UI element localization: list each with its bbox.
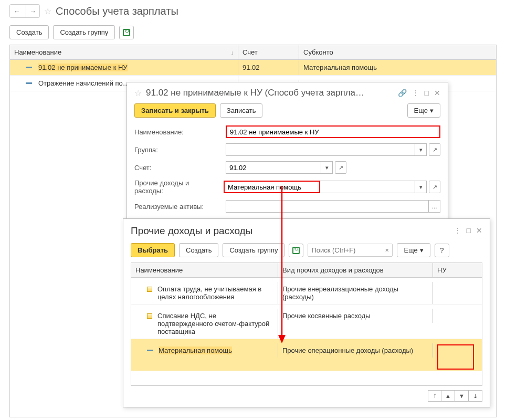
item-icon: [147, 287, 152, 292]
dialog1-toolbar: Записать и закрыть Записать Еще ▾: [127, 102, 448, 123]
dropdown-icon[interactable]: ▾: [415, 143, 427, 156]
refresh-icon: [292, 247, 300, 254]
open-icon[interactable]: ↗: [335, 161, 346, 174]
col-name-header[interactable]: Наименование: [14, 48, 61, 56]
refresh-button[interactable]: [119, 26, 134, 39]
refresh-icon: [123, 29, 130, 36]
refresh-button[interactable]: [289, 244, 303, 257]
dialog1-controls: 🔗 ⋮ □ ✕: [398, 89, 440, 97]
favorite-icon[interactable]: ☆: [44, 6, 51, 16]
chevron-down-icon: ▾: [420, 246, 424, 254]
table-header: Наименование↓ Счет Субконто: [10, 45, 496, 60]
other-income-field-ext[interactable]: [320, 181, 415, 193]
go-up-icon[interactable]: ▲: [441, 390, 455, 402]
dialog-other-income: ⋮ □ ✕ Прочие доходы и расходы Выбрать Со…: [123, 218, 490, 407]
chevron-down-icon: ▾: [430, 107, 434, 114]
close-icon[interactable]: ✕: [476, 226, 482, 235]
page-header: ← → ☆ Способы учета зарплаты: [0, 0, 506, 22]
forward-button[interactable]: →: [26, 5, 39, 17]
other-income-label: Прочие доходы и расходы:: [134, 179, 219, 195]
dialog2-controls: ⋮ □ ✕: [454, 226, 482, 235]
search-box: ×: [308, 244, 393, 257]
sub-table-header: Наименование Вид прочих доходов и расход…: [131, 263, 482, 278]
item-icon: [147, 313, 152, 319]
main-toolbar: Создать Создать группу: [0, 22, 506, 45]
sort-arrow-icon: ↓: [231, 49, 234, 56]
maximize-icon[interactable]: □: [467, 226, 471, 235]
account-field[interactable]: [226, 161, 321, 174]
col-subconto-header[interactable]: Субконто: [299, 45, 496, 59]
go-top-icon[interactable]: ⤒: [428, 390, 441, 402]
more-icon[interactable]: ⋮: [412, 89, 419, 97]
create-button[interactable]: Создать: [179, 243, 218, 257]
create-group-button[interactable]: Создать группу: [53, 25, 115, 39]
table-row[interactable]: 91.02 не принимаемые к НУ 91.02 Материал…: [10, 60, 496, 76]
subcol-name[interactable]: Наименование: [131, 263, 278, 277]
col-account-header[interactable]: Счет: [238, 45, 299, 59]
link-icon[interactable]: 🔗: [398, 89, 407, 97]
dialog1-titlebar: ☆ 91.02 не принимаемые к НУ (Способ учет…: [127, 82, 448, 102]
go-down-icon[interactable]: ▼: [455, 390, 469, 402]
dialog2-toolbar: Выбрать Создать Создать группу × Еще ▾ ?: [123, 239, 490, 262]
back-button[interactable]: ←: [10, 5, 24, 17]
maximize-icon[interactable]: □: [425, 89, 429, 97]
list-item[interactable]: Оплата труда, не учитываемая в целях нал…: [131, 278, 482, 304]
select-button[interactable]: Выбрать: [131, 243, 175, 257]
assets-field[interactable]: [226, 200, 429, 213]
more-button[interactable]: Еще ▾: [397, 243, 430, 257]
open-icon[interactable]: ↗: [429, 143, 440, 156]
help-button[interactable]: ?: [435, 244, 449, 257]
favorite-icon[interactable]: ☆: [134, 88, 142, 98]
row-icon: [26, 82, 32, 84]
subcol-nu[interactable]: НУ: [433, 263, 482, 277]
assets-label: Реализуемые активы:: [134, 203, 222, 211]
row-icon: [26, 67, 32, 68]
save-close-button[interactable]: Записать и закрыть: [134, 103, 216, 118]
page-title: Способы учета зарплаты: [56, 5, 178, 17]
save-button[interactable]: Записать: [220, 103, 263, 118]
go-bottom-icon[interactable]: ⤓: [469, 390, 482, 402]
ellipsis-icon[interactable]: …: [429, 200, 440, 213]
clear-search-icon[interactable]: ×: [382, 246, 392, 254]
list-item[interactable]: Списание НДС, не подтвержденного счетом-…: [131, 304, 482, 339]
nav-footer: ⤒ ▲ ▼ ⤓: [123, 386, 490, 406]
dialog1-title: 91.02 не принимаемые к НУ (Способ учета …: [146, 88, 394, 98]
subcol-kind[interactable]: Вид прочих доходов и расходов: [278, 263, 433, 277]
more-button[interactable]: Еще ▾: [407, 103, 440, 118]
list-item[interactable]: Материальная помощь Прочие операционные …: [131, 339, 482, 371]
search-input[interactable]: [308, 244, 382, 256]
create-button[interactable]: Создать: [9, 25, 49, 39]
item-icon: [147, 350, 153, 351]
name-field[interactable]: [226, 125, 440, 138]
nav-buttons: ← →: [9, 4, 40, 18]
dialog2-title: Прочие доходы и расходы: [123, 219, 490, 239]
group-field[interactable]: [226, 143, 415, 156]
name-label: Наименование:: [134, 128, 222, 136]
close-icon[interactable]: ✕: [434, 89, 440, 97]
more-icon[interactable]: ⋮: [454, 226, 461, 235]
dropdown-icon[interactable]: ▾: [415, 181, 427, 193]
nu-highlight: [437, 344, 474, 370]
dropdown-icon[interactable]: ▾: [321, 161, 333, 174]
sub-table: Наименование Вид прочих доходов и расход…: [131, 262, 482, 386]
create-group-button[interactable]: Создать группу: [223, 243, 284, 257]
account-label: Счет:: [134, 164, 222, 172]
open-icon[interactable]: ↗: [429, 181, 440, 193]
other-income-field[interactable]: [224, 181, 320, 193]
group-label: Группа:: [134, 146, 222, 154]
